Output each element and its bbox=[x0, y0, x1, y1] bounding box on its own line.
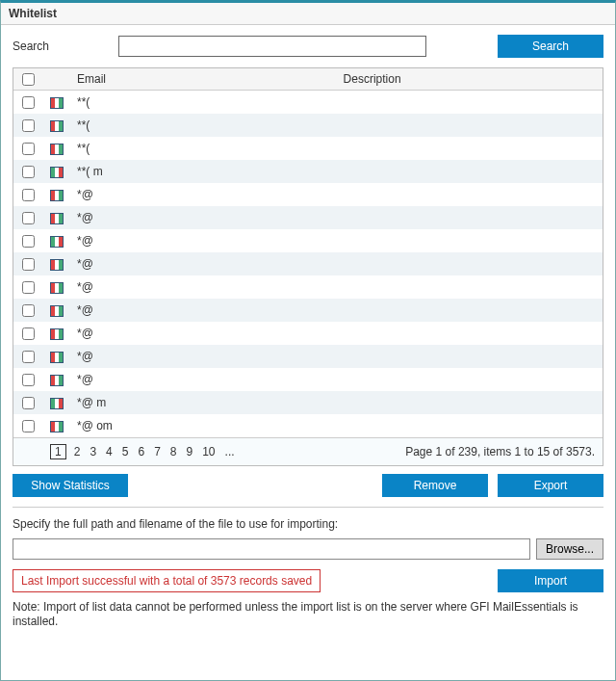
select-all-checkbox[interactable] bbox=[22, 73, 35, 86]
whitelist-table: Email Description **(**(**(**( m*@*@*@*@… bbox=[13, 67, 603, 466]
table-row[interactable]: **( m bbox=[13, 160, 603, 183]
table-row[interactable]: **( bbox=[13, 137, 603, 160]
row-email: **( bbox=[71, 114, 338, 137]
import-status: Last Import successful with a total of 3… bbox=[13, 569, 321, 592]
entry-icon bbox=[50, 398, 64, 409]
row-description bbox=[338, 299, 603, 322]
row-email: **( bbox=[71, 137, 338, 160]
table-row[interactable]: *@ bbox=[13, 206, 603, 229]
table-row[interactable]: *@ m bbox=[13, 391, 603, 414]
entry-icon bbox=[50, 305, 64, 317]
table-row[interactable]: *@ bbox=[13, 368, 603, 391]
entry-icon bbox=[50, 282, 64, 294]
table-row[interactable]: *@ bbox=[13, 299, 603, 322]
table-row[interactable]: *@ bbox=[13, 322, 603, 345]
col-description: Description bbox=[338, 68, 603, 91]
table-row[interactable]: **( bbox=[13, 91, 603, 114]
entry-icon bbox=[50, 190, 64, 201]
row-description bbox=[338, 275, 603, 299]
header-row: Email Description bbox=[13, 68, 603, 91]
entry-icon bbox=[50, 97, 64, 109]
browse-button[interactable]: Browse... bbox=[536, 538, 603, 560]
row-email: **( bbox=[71, 91, 338, 114]
table-row[interactable]: *@ bbox=[13, 275, 603, 299]
row-description bbox=[338, 391, 603, 414]
row-email: *@ bbox=[71, 368, 338, 391]
page-link[interactable]: 7 bbox=[152, 445, 163, 458]
export-button[interactable]: Export bbox=[498, 474, 603, 497]
row-description bbox=[338, 368, 603, 391]
entry-icon bbox=[50, 352, 64, 363]
search-input[interactable] bbox=[118, 36, 426, 57]
entry-icon bbox=[50, 328, 64, 340]
row-checkbox[interactable] bbox=[22, 374, 35, 386]
row-checkbox[interactable] bbox=[22, 166, 35, 178]
row-description bbox=[338, 229, 603, 252]
table-row[interactable]: **( bbox=[13, 114, 603, 137]
row-email: *@ bbox=[71, 183, 338, 206]
page-link[interactable]: 8 bbox=[168, 445, 179, 458]
window-title: Whitelist bbox=[1, 3, 615, 25]
table-row[interactable]: *@ bbox=[13, 345, 603, 368]
row-email: *@ bbox=[71, 206, 338, 229]
import-path-input[interactable] bbox=[13, 538, 530, 560]
import-note: Note: Import of list data cannot be perf… bbox=[13, 600, 603, 630]
entry-icon bbox=[50, 167, 64, 178]
row-checkbox[interactable] bbox=[22, 420, 35, 432]
table-row[interactable]: *@ om bbox=[13, 414, 603, 437]
row-checkbox[interactable] bbox=[22, 143, 35, 155]
search-row: Search Search bbox=[13, 35, 603, 58]
row-description bbox=[338, 137, 603, 160]
row-email: *@ bbox=[71, 252, 338, 275]
row-description bbox=[338, 322, 603, 345]
row-description bbox=[338, 414, 603, 437]
page-link[interactable]: 9 bbox=[185, 445, 195, 458]
show-statistics-button[interactable]: Show Statistics bbox=[13, 474, 128, 497]
row-description bbox=[338, 114, 603, 137]
table-row[interactable]: *@ bbox=[13, 183, 603, 206]
row-email: *@ bbox=[71, 299, 338, 322]
search-label: Search bbox=[13, 39, 51, 53]
row-description bbox=[338, 345, 603, 368]
entry-icon bbox=[50, 144, 64, 155]
page-link[interactable]: ... bbox=[223, 445, 237, 458]
row-description bbox=[338, 252, 603, 275]
row-email: *@ m bbox=[71, 391, 338, 414]
pager: 12345678910... Page 1 of 239, items 1 to… bbox=[13, 437, 603, 465]
col-email: Email bbox=[71, 68, 338, 91]
entry-icon bbox=[50, 375, 64, 386]
page-link[interactable]: 6 bbox=[136, 445, 146, 458]
row-checkbox[interactable] bbox=[22, 304, 35, 317]
row-checkbox[interactable] bbox=[22, 96, 35, 109]
page-link[interactable]: 1 bbox=[50, 444, 66, 459]
entry-icon bbox=[50, 421, 64, 432]
row-checkbox[interactable] bbox=[22, 397, 35, 409]
row-checkbox[interactable] bbox=[22, 258, 35, 271]
entry-icon bbox=[50, 236, 64, 248]
row-checkbox[interactable] bbox=[22, 212, 35, 224]
row-checkbox[interactable] bbox=[22, 327, 35, 340]
row-checkbox[interactable] bbox=[22, 281, 35, 294]
table-row[interactable]: *@ bbox=[13, 252, 603, 275]
row-description bbox=[338, 206, 603, 229]
entry-icon bbox=[50, 259, 64, 271]
row-checkbox[interactable] bbox=[22, 351, 35, 363]
row-email: *@ bbox=[71, 275, 338, 299]
pager-summary: Page 1 of 239, items 1 to 15 of 3573. bbox=[405, 445, 595, 458]
row-checkbox[interactable] bbox=[22, 119, 35, 132]
page-link[interactable]: 10 bbox=[200, 445, 217, 458]
import-button[interactable]: Import bbox=[498, 569, 603, 592]
page-list: 12345678910... bbox=[50, 444, 237, 459]
page-link[interactable]: 5 bbox=[120, 445, 131, 458]
page-link[interactable]: 2 bbox=[72, 445, 83, 458]
row-description bbox=[338, 91, 603, 114]
row-checkbox[interactable] bbox=[22, 189, 35, 201]
remove-button[interactable]: Remove bbox=[382, 474, 488, 497]
page-link[interactable]: 3 bbox=[88, 445, 98, 458]
import-label: Specify the full path and filename of th… bbox=[13, 517, 603, 531]
page-link[interactable]: 4 bbox=[104, 445, 115, 458]
row-email: **( m bbox=[71, 160, 338, 183]
search-button[interactable]: Search bbox=[498, 35, 603, 58]
table-row[interactable]: *@ bbox=[13, 229, 603, 252]
row-checkbox[interactable] bbox=[22, 235, 35, 248]
